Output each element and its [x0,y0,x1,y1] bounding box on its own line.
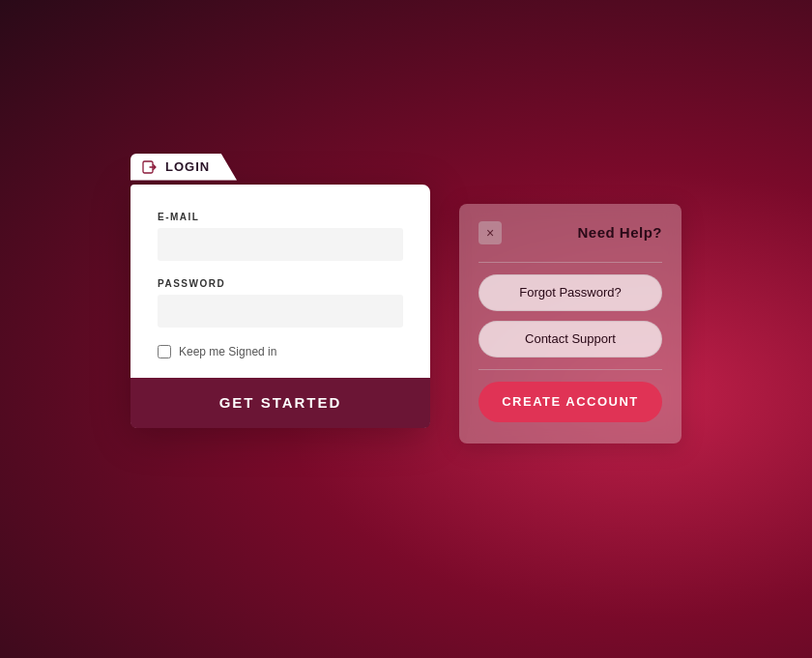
contact-support-label: Contact Support [525,331,616,346]
email-label: E-MAIL [158,212,403,222]
divider-top [478,262,662,263]
create-account-button[interactable]: CREATE ACCOUNT [478,382,662,422]
forgot-password-button[interactable]: Forgot Password? [478,274,662,311]
email-input[interactable] [158,228,403,261]
need-help-title: Need Help? [577,224,662,241]
password-label: PASSWORD [158,278,403,289]
password-input[interactable] [158,295,403,328]
email-group: E-MAIL [158,212,403,261]
create-account-label: CREATE ACCOUNT [502,394,639,409]
keep-signed-in-checkbox[interactable] [158,345,171,358]
login-icon [142,159,158,175]
login-form: E-MAIL PASSWORD Keep me Signed in [130,185,430,378]
login-tab: LOGIN [130,154,237,181]
contact-support-button[interactable]: Contact Support [478,321,662,358]
help-panel: × Need Help? Forgot Password? Contact Su… [459,204,682,443]
forgot-password-label: Forgot Password? [519,285,622,300]
keep-signed-in-row: Keep me Signed in [158,345,403,358]
login-card: LOGIN E-MAIL PASSWORD Keep me Signed in … [130,185,430,428]
keep-signed-in-label: Keep me Signed in [179,345,276,358]
password-group: PASSWORD [158,278,403,328]
divider-bottom [478,369,662,370]
close-button[interactable]: × [478,221,502,244]
get-started-label: GET STARTED [219,394,342,411]
close-icon: × [486,225,494,241]
help-header: × Need Help? [478,221,662,244]
get-started-button[interactable]: GET STARTED [130,378,430,428]
login-tab-label: LOGIN [165,159,210,174]
